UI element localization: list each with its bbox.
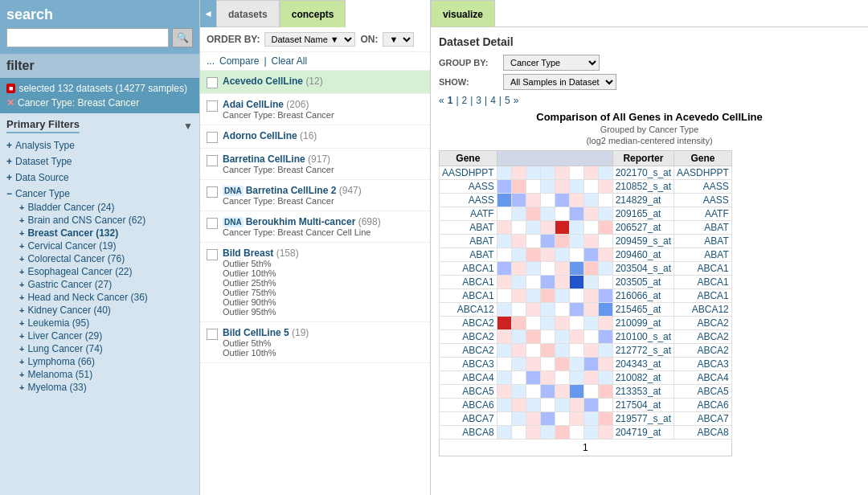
filter-cancer-type[interactable]: − Cancer Type: [6, 186, 193, 201]
gene-label[interactable]: ABCA2: [440, 330, 497, 344]
reporter-label[interactable]: 210100_s_at: [612, 330, 674, 344]
gene-label-right[interactable]: AASDHPPT: [674, 166, 732, 180]
reporter-label[interactable]: 202170_s_at: [612, 166, 674, 180]
reporter-label[interactable]: 206527_at: [612, 221, 674, 235]
gene-label-right[interactable]: ABAT: [674, 235, 732, 248]
filter-dataset-type[interactable]: + Dataset Type: [6, 154, 193, 169]
reporter-label[interactable]: 209165_at: [612, 207, 674, 221]
gene-label[interactable]: ABCA1: [440, 289, 497, 303]
dataset-checkbox[interactable]: [207, 186, 218, 198]
gene-label[interactable]: ABAT: [440, 248, 497, 262]
dataset-checkbox[interactable]: [207, 249, 218, 260]
reporter-label[interactable]: 209459_s_at: [612, 235, 674, 248]
cancer-type-cervical[interactable]: +Cervical Cancer (19): [6, 239, 193, 252]
filter-data-source[interactable]: + Data Source: [6, 170, 193, 185]
reporter-label[interactable]: 210099_at: [612, 317, 674, 330]
gene-label-right[interactable]: ABCA5: [674, 385, 732, 399]
dataset-name[interactable]: Bild CellLine 5 (19): [223, 327, 309, 338]
on-select[interactable]: ▼: [383, 32, 414, 47]
dataset-name[interactable]: Barretina CellLine (917): [223, 153, 330, 165]
gene-label-right[interactable]: ABCA4: [674, 371, 732, 385]
gene-label[interactable]: AASDHPPT: [440, 166, 497, 180]
cancer-type-breast[interactable]: +Breast Cancer (132): [6, 227, 193, 239]
dataset-name[interactable]: Bild Breast (158): [223, 248, 299, 259]
gene-label-right[interactable]: ABCA8: [674, 426, 732, 440]
gene-label[interactable]: ABCA2: [440, 344, 497, 358]
gene-label-right[interactable]: ABCA12: [674, 303, 732, 317]
gene-label[interactable]: ABAT: [440, 235, 497, 248]
reporter-label[interactable]: 213353_at: [612, 385, 674, 399]
gene-label[interactable]: ABCA1: [440, 262, 497, 276]
search-input[interactable]: [6, 28, 169, 47]
filter-analysis-type[interactable]: + Analysis Type: [6, 138, 193, 153]
gene-label-right[interactable]: ABCA1: [674, 276, 732, 289]
cancer-type-myeloma[interactable]: +Myeloma (33): [6, 381, 193, 394]
dataset-item-adai[interactable]: Adai CellLine (206) Cancer Type: Breast …: [200, 94, 430, 125]
gene-label-right[interactable]: ABAT: [674, 248, 732, 262]
reporter-label[interactable]: 210082_at: [612, 371, 674, 385]
clear-all-link[interactable]: Clear All: [272, 55, 308, 67]
gene-label-right[interactable]: ABCA2: [674, 330, 732, 344]
compare-link[interactable]: Compare: [219, 55, 259, 67]
gene-label[interactable]: ABCA8: [440, 426, 497, 440]
reporter-label[interactable]: 212772_s_at: [612, 344, 674, 358]
gene-label-right[interactable]: AASS: [674, 180, 732, 194]
dataset-item-acevedo[interactable]: Acevedo CellLine (12): [200, 71, 430, 94]
gene-label-right[interactable]: ABAT: [674, 221, 732, 235]
tab-concepts[interactable]: concepts: [280, 0, 346, 27]
gene-label-right[interactable]: AASS: [674, 194, 732, 207]
dataset-item-adorno[interactable]: Adorno CellLine (16): [200, 125, 430, 149]
cancer-type-bladder[interactable]: +Bladder Cancer (24): [6, 201, 193, 214]
dataset-item-bild-cellline5[interactable]: Bild CellLine 5 (19) Outlier 5th% Outlie…: [200, 322, 430, 363]
gene-label[interactable]: AASS: [440, 194, 497, 207]
cancer-type-colorectal[interactable]: +Colorectal Cancer (76): [6, 252, 193, 265]
gene-label[interactable]: ABCA1: [440, 276, 497, 289]
cancer-type-lymphoma[interactable]: +Lymphoma (66): [6, 355, 193, 368]
dataset-checkbox[interactable]: [207, 77, 218, 88]
gene-label[interactable]: AATF: [440, 207, 497, 221]
page-next[interactable]: »: [514, 95, 519, 106]
page-5[interactable]: 5: [505, 95, 510, 106]
reporter-label[interactable]: 203504_s_at: [612, 262, 674, 276]
show-select[interactable]: All Samples in Dataset: [503, 74, 616, 90]
remove-filter-icon[interactable]: ✕: [6, 97, 14, 108]
search-button[interactable]: 🔍: [172, 28, 193, 47]
gene-label-right[interactable]: ABCA1: [674, 289, 732, 303]
gene-label[interactable]: ABCA7: [440, 412, 497, 426]
dataset-item-barretina[interactable]: Barretina CellLine (917) Cancer Type: Br…: [200, 149, 430, 180]
gene-label-right[interactable]: ABCA2: [674, 344, 732, 358]
page-1[interactable]: 1: [448, 95, 453, 106]
gene-label-right[interactable]: ABCA2: [674, 317, 732, 330]
tab-visualize[interactable]: visualize: [431, 0, 495, 27]
gene-label[interactable]: ABCA4: [440, 371, 497, 385]
gene-label-right[interactable]: ABCA3: [674, 358, 732, 371]
dataset-item-bild-breast[interactable]: Bild Breast (158) Outlier 5th% Outlier 1…: [200, 243, 430, 322]
page-prev[interactable]: «: [439, 95, 444, 106]
filter-sort-icon[interactable]: ▼: [183, 121, 193, 132]
cancer-type-liver[interactable]: +Liver Cancer (29): [6, 329, 193, 342]
gene-label-right[interactable]: ABCA1: [674, 262, 732, 276]
reporter-label[interactable]: 203505_at: [612, 276, 674, 289]
gene-label[interactable]: ABCA5: [440, 385, 497, 399]
reporter-label[interactable]: 210852_s_at: [612, 180, 674, 194]
cancer-type-esophageal[interactable]: +Esophageal Cancer (22): [6, 265, 193, 278]
cancer-type-lung[interactable]: +Lung Cancer (74): [6, 342, 193, 355]
dataset-checkbox[interactable]: [207, 329, 218, 340]
dataset-item-beroukhim[interactable]: DNABeroukhim Multi-cancer (698) Cancer T…: [200, 211, 430, 243]
gene-label-right[interactable]: AATF: [674, 207, 732, 221]
gene-label[interactable]: ABAT: [440, 221, 497, 235]
gene-label[interactable]: ABCA2: [440, 317, 497, 330]
page-2[interactable]: 2: [462, 95, 468, 106]
cancer-type-melanoma[interactable]: +Melanoma (51): [6, 368, 193, 381]
tab-datasets[interactable]: datasets: [216, 0, 280, 27]
gene-label[interactable]: ABCA12: [440, 303, 497, 317]
cancer-type-head-neck[interactable]: +Head and Neck Cancer (36): [6, 291, 193, 304]
reporter-label[interactable]: 216066_at: [612, 289, 674, 303]
gene-label-right[interactable]: ABCA7: [674, 412, 732, 426]
reporter-label[interactable]: 215465_at: [612, 303, 674, 317]
group-by-select[interactable]: Cancer Type: [503, 55, 600, 71]
dataset-checkbox[interactable]: [207, 132, 218, 143]
reporter-label[interactable]: 204343_at: [612, 358, 674, 371]
gene-label-right[interactable]: ABCA6: [674, 399, 732, 412]
gene-label[interactable]: ABCA6: [440, 399, 497, 412]
